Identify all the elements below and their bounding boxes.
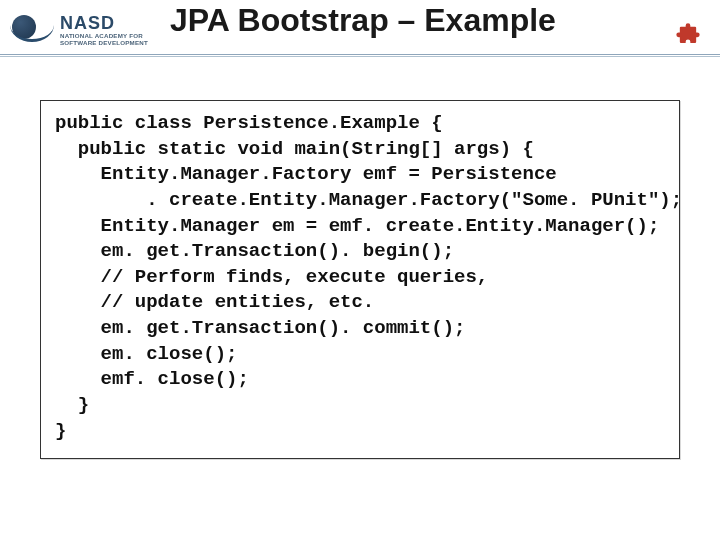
page-title: JPA Bootstrap – Example	[170, 2, 700, 39]
puzzle-piece-icon	[674, 22, 702, 50]
divider	[0, 56, 720, 57]
slide: NASD NATIONAL ACADEMY FOR SOFTWARE DEVEL…	[0, 0, 720, 540]
logo: NASD NATIONAL ACADEMY FOR SOFTWARE DEVEL…	[10, 13, 148, 47]
logo-mark-icon	[10, 13, 54, 47]
logo-brand: NASD	[60, 14, 148, 32]
code-example-box: public class Persistence.Example { publi…	[40, 100, 680, 459]
logo-tagline-2: SOFTWARE DEVELOPMENT	[60, 40, 148, 46]
code-listing: public class Persistence.Example { publi…	[55, 111, 665, 444]
divider	[0, 54, 720, 55]
logo-text: NASD NATIONAL ACADEMY FOR SOFTWARE DEVEL…	[60, 14, 148, 46]
